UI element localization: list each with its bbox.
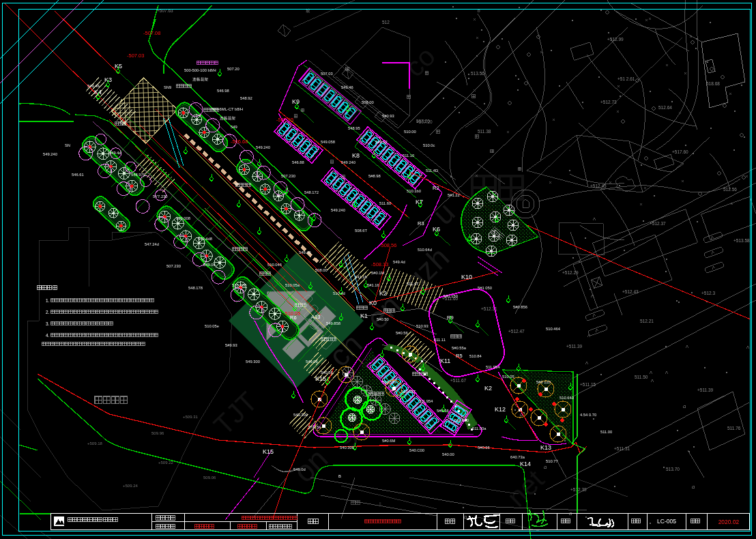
svg-text:5#0.56: 5#0.56 — [321, 370, 333, 375]
svg-text:511.954: 511.954 — [486, 365, 500, 369]
svg-text:511.00a: 511.00a — [472, 426, 486, 431]
svg-text:547.24d: 547.24d — [145, 242, 159, 246]
svg-text:549 240: 549 240 — [341, 160, 355, 164]
svg-text:K3: K3 — [104, 76, 112, 83]
svg-text:546.98: 546.98 — [217, 89, 229, 93]
svg-text:510.84: 510.84 — [469, 354, 482, 358]
svg-text:549.4d: 549.4d — [393, 260, 405, 264]
svg-text:549.4d8: 549.4d8 — [198, 237, 212, 241]
svg-text:510.65T: 510.65T — [401, 390, 416, 394]
svg-text:-507.45: -507.45 — [276, 117, 293, 123]
svg-text:+507.20: +507.20 — [416, 119, 433, 124]
svg-text:SN: SN — [65, 143, 70, 147]
svg-text:510.1b0: 510.1b0 — [407, 189, 421, 193]
svg-text:549.06: 549.06 — [203, 263, 216, 267]
svg-text:549.06: 549.06 — [306, 360, 318, 364]
svg-text:R9: R9 — [447, 315, 454, 321]
svg-text:540.C00: 540.C00 — [409, 448, 424, 452]
svg-text:+511.39: +511.39 — [697, 388, 714, 392]
svg-text:510.4d: 510.4d — [333, 291, 345, 295]
svg-text:546.88: 546.88 — [292, 160, 304, 164]
svg-text:+512.47: +512.47 — [508, 329, 525, 334]
svg-text:510.046: 510.046 — [267, 263, 282, 267]
svg-text:||: || — [379, 501, 381, 506]
svg-text:K2: K2 — [379, 290, 387, 297]
svg-text:512.64: 512.64 — [658, 105, 672, 110]
svg-text:K7: K7 — [416, 199, 423, 205]
svg-text:5#9.93: 5#9.93 — [225, 343, 237, 347]
svg-text:5#1 150: 5#1 150 — [444, 294, 458, 298]
svg-text:+509.22: +509.22 — [158, 461, 174, 465]
svg-text:549.46: 549.46 — [87, 84, 100, 88]
svg-text:548.178: 548.178 — [188, 286, 203, 290]
svg-text:548.172: 548.172 — [304, 190, 319, 194]
svg-text:546.61: 546.61 — [72, 173, 84, 177]
svg-text:510.464: 510.464 — [546, 327, 561, 331]
svg-text:5#0.56: 5#0.56 — [396, 331, 408, 335]
svg-text:+513.58: +513.58 — [733, 238, 750, 243]
svg-text:508.00: 508.00 — [315, 268, 328, 272]
svg-text:+512.37: +512.37 — [650, 221, 666, 226]
svg-text:548.92: 548.92 — [240, 96, 252, 100]
svg-text:+512.39: +512.39 — [570, 487, 587, 492]
svg-text:3.: 3. — [46, 321, 50, 326]
svg-text:507.20: 507.20 — [227, 67, 239, 71]
svg-text:K9: K9 — [292, 98, 300, 105]
svg-text:+517.60: +517.60 — [672, 149, 688, 154]
svg-text:511.50: 511.50 — [635, 375, 648, 379]
svg-text:-506.68: -506.68 — [231, 139, 248, 145]
svg-text:513.70: 513.70 — [666, 467, 680, 471]
svg-text:5#0 856: 5#0 856 — [513, 305, 527, 309]
svg-text:549.46: 549.46 — [299, 250, 311, 254]
svg-text:510.05e: 510.05e — [205, 324, 219, 328]
svg-text:-507.03: -507.03 — [127, 53, 144, 59]
svg-text:510.05a: 510.05a — [285, 283, 300, 287]
svg-text:510.008: 510.008 — [232, 283, 246, 287]
svg-text:1.: 1. — [46, 298, 50, 303]
svg-text:+509.24: +509.24 — [123, 484, 139, 488]
svg-text:K13: K13 — [540, 444, 551, 451]
svg-text:549.46: 549.46 — [341, 85, 353, 89]
svg-text:5Y7.230: 5Y7.230 — [153, 194, 168, 199]
svg-text:K4: K4 — [94, 89, 102, 96]
svg-text:511.4T: 511.4T — [407, 282, 419, 286]
svg-text:640.73a: 640.73a — [510, 455, 525, 459]
svg-text:511.00: 511.00 — [600, 430, 612, 434]
svg-text:+512.99: +512.99 — [607, 37, 624, 42]
svg-text:5#0.56: 5#0.56 — [437, 409, 449, 413]
svg-text:4.: 4. — [46, 333, 50, 338]
svg-text:5#8.98: 5#8.98 — [368, 174, 381, 178]
svg-text:512.21: 512.21 — [640, 319, 654, 323]
svg-text:540.00: 540.00 — [442, 452, 454, 456]
svg-text:509.96: 509.96 — [151, 431, 164, 435]
svg-text:+512.43: +512.43 — [622, 289, 639, 294]
svg-text:连栋花架: 连栋花架 — [220, 116, 235, 121]
svg-text:511.4D: 511.4D — [426, 169, 438, 173]
svg-text:5#0.66: 5#0.66 — [478, 446, 490, 450]
svg-text:548.95: 548.95 — [348, 126, 360, 130]
svg-text:R3: R3 — [418, 220, 424, 227]
svg-text:K6: K6 — [433, 226, 440, 233]
svg-text:509.06: 509.06 — [203, 476, 216, 480]
svg-text:连栋花架: 连栋花架 — [192, 77, 208, 82]
svg-text:549.300: 549.300 — [293, 413, 308, 417]
svg-text:510.77: 510.77 — [546, 459, 558, 463]
svg-text:549.0d: 549.0d — [293, 467, 306, 471]
svg-text:5#0.6M: 5#0.6M — [382, 439, 396, 443]
svg-text:+511.15: +511.15 — [580, 382, 596, 387]
svg-text:510.553: 510.553 — [382, 380, 396, 384]
svg-text:507.230: 507.230 — [281, 174, 295, 178]
svg-text:512.56: 512.56 — [723, 187, 737, 192]
svg-text:5#1 050: 5#1 050 — [478, 286, 492, 290]
svg-text:510.93: 510.93 — [416, 324, 428, 328]
svg-text:R2: R2 — [433, 185, 439, 191]
svg-text:5#0.50: 5#0.50 — [377, 317, 389, 321]
svg-text:+509.18: +509.18 — [87, 441, 103, 446]
svg-text:549.240: 549.240 — [256, 145, 270, 149]
svg-text:510.650: 510.650 — [454, 418, 469, 422]
svg-text:549.300: 549.300 — [246, 360, 260, 364]
svg-text:A13: A13 — [311, 314, 320, 320]
svg-text:K14: K14 — [520, 461, 531, 467]
svg-text:510.0c: 510.0c — [423, 143, 435, 147]
svg-text:511.954: 511.954 — [419, 399, 433, 403]
